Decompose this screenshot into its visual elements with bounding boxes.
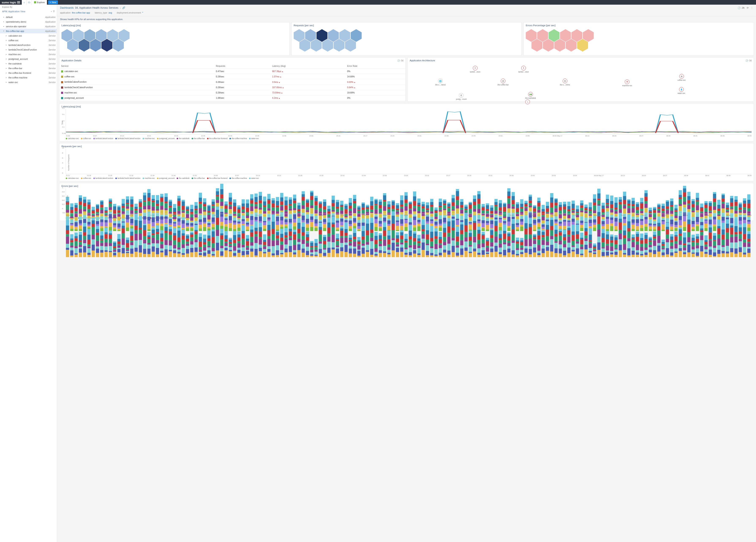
hex-cell[interactable] [90, 39, 101, 52]
arch-node[interactable]: 🌐the-c…ntend [435, 79, 446, 86]
hex-cell[interactable] [345, 39, 356, 52]
hex-cell[interactable] [549, 29, 559, 42]
arch-node[interactable]: ∿ [525, 100, 530, 105]
hex-cell[interactable] [583, 29, 594, 42]
legend-item[interactable]: machine-svc [143, 137, 155, 139]
menu-icon[interactable] [17, 1, 20, 3]
sidebar-item-application[interactable]: ▾the-coffee-bar-appApplication [0, 29, 57, 33]
filter-pill[interactable]: application the-coffee-bar-app [60, 11, 90, 14]
tab-explore[interactable]: Explore [32, 0, 47, 5]
legend-item[interactable]: the-coffee-machine [229, 137, 247, 139]
time-range[interactable]: 🕑 -3d [397, 59, 403, 62]
table-row[interactable]: machine-svc0.29/sec73.59ms▲19.68% [59, 90, 405, 95]
arch-node[interactable]: 💧water-svc [678, 87, 685, 94]
arch-node[interactable]: λlambd…ction [470, 66, 480, 73]
sidebar-item-application[interactable]: ▸opentelemetry-demoApplication [0, 19, 57, 24]
chart-canvas[interactable]: Number of Requests0246810 21:1121:1821:2… [66, 149, 752, 174]
sidebar-item-service[interactable]: ▸water-svcService [0, 80, 57, 85]
hex-cell[interactable] [560, 29, 571, 42]
table-row[interactable]: calculator-svc0.47/sec907.39µs▲0% [59, 69, 405, 74]
arch-node[interactable]: ☕the-c…chine [560, 79, 570, 86]
sidebar-item-service[interactable]: ▸the-coffee-bar-frontendService [0, 71, 57, 75]
sidebar-item-service[interactable]: ▸coffee-svcService [0, 38, 57, 43]
hex-cell[interactable] [67, 39, 78, 52]
chevron-down-icon[interactable]: ▾ [120, 7, 121, 9]
sidebar-item-service[interactable]: ▸postgresql_accountService [0, 57, 57, 61]
legend-item[interactable]: calculator-svc [66, 137, 79, 139]
filter-pill[interactable]: deployment.environment * [117, 11, 143, 14]
table-row[interactable]: postgresql_account1.08/sec4.2ms▲0% [59, 95, 405, 101]
hex-cell[interactable] [537, 29, 548, 42]
hex-cell[interactable] [61, 29, 72, 42]
hex-cell[interactable] [351, 29, 362, 42]
arch-node[interactable]: 🛢postg…count [456, 93, 467, 100]
library-button[interactable]: 🗀 [27, 0, 32, 5]
sidebar-item-service[interactable]: ▸lambdaCheckCakesFunctionService [0, 47, 57, 52]
hex-cell[interactable] [554, 39, 565, 52]
sidebar-item-service[interactable]: ▸the-coffee-machineService [0, 75, 57, 80]
hex-cell[interactable] [311, 39, 322, 52]
hex-cell[interactable] [101, 39, 112, 52]
arch-node[interactable]: ⚙machine-svc [622, 79, 632, 87]
time-range[interactable]: 🕑 -3h [738, 7, 745, 9]
link-icon[interactable]: 🔗 [122, 6, 125, 9]
arch-node[interactable]: ☕coffee-svc [678, 74, 686, 81]
col-header[interactable]: Requests [214, 63, 270, 69]
legend-item[interactable]: the-coffee-bar [192, 137, 205, 139]
table-row[interactable]: lambdaCakesFunction0.28/sec3.5ms▲0.03%▲ [59, 79, 405, 85]
sidebar-item-service[interactable]: ▸the-cashdeskService [0, 61, 57, 66]
sidebar-item-service[interactable]: ▸the-coffee-barService [0, 66, 57, 71]
hex-cell[interactable] [334, 39, 345, 52]
col-header[interactable]: Latency (Avg) [270, 63, 345, 69]
legend-item[interactable]: lambdaCakesFunction [93, 137, 113, 139]
legend-item[interactable]: coffee-svc [81, 137, 91, 139]
legend-item[interactable]: water-svc [249, 137, 259, 139]
filter-pill[interactable]: latency_type avg [95, 11, 112, 14]
hex-cell[interactable] [571, 29, 582, 42]
home-button[interactable]: ⌂ [22, 0, 27, 5]
hex-cell[interactable] [577, 39, 588, 52]
hex-cell[interactable] [73, 29, 84, 42]
hex-cell[interactable] [299, 39, 310, 52]
col-header[interactable]: Service [59, 63, 214, 69]
new-button[interactable]: +New [48, 0, 58, 4]
hex-cell[interactable] [526, 29, 537, 42]
col-header[interactable]: Error Rate [345, 63, 405, 69]
sidebar-item-service[interactable]: ▸lambdaCakesFunctionService [0, 43, 57, 47]
hex-cell[interactable] [107, 29, 118, 42]
hex-cell[interactable] [84, 29, 95, 42]
hex-cell[interactable] [119, 29, 130, 42]
hex-cell[interactable] [531, 39, 542, 52]
table-row[interactable]: coffee-svc0.28/sec1.07ms▲14.68% [59, 74, 405, 79]
hex-cell[interactable] [322, 39, 333, 52]
sidebar-item-application[interactable]: ▸defaultApplication [0, 15, 57, 19]
chart-canvas[interactable]: Time0 ms1 s2 s3 s4 s 22:0022:0722:1422:2… [66, 109, 752, 134]
table-row[interactable]: lambdaCheckCakesFunction0.28/sec107.65ms… [59, 85, 405, 90]
hex-cell[interactable] [543, 39, 554, 52]
breadcrumb-root[interactable]: Dashboards [60, 6, 74, 9]
chart-canvas[interactable]: Number of Errors-0.200.20.40.60.81 21:11… [66, 188, 752, 214]
legend-item[interactable]: the-cashdesk [177, 137, 190, 139]
refresh-icon[interactable]: ⟳ [747, 7, 749, 9]
view-selector[interactable]: APM: Application View ▾ ⚲ [0, 10, 57, 14]
hex-cell[interactable] [79, 39, 90, 52]
hex-cell[interactable] [328, 29, 339, 42]
more-icon[interactable]: ⋮ [751, 7, 753, 9]
legend-item[interactable]: postgresql_account [157, 137, 175, 139]
sidebar-item-service[interactable]: ▸calculator-svcService [0, 33, 57, 38]
legend-item[interactable]: the-coffee-bar-frontend [207, 137, 228, 139]
sidebar-item-service[interactable]: ▸machine-svcService [0, 52, 57, 57]
legend-item[interactable]: lambdaCheckCakesFunction [115, 137, 141, 139]
arch-node[interactable]: λlambd…ction [518, 66, 529, 73]
hex-cell[interactable] [294, 29, 305, 42]
hex-cell[interactable] [96, 29, 107, 42]
filter-icon[interactable]: ⚲ [53, 10, 55, 12]
arch-node[interactable]: 💵the-cashdesk [525, 92, 536, 99]
arch-node[interactable]: ☕the-coffee-bar [498, 79, 509, 86]
sidebar-item-application[interactable]: ▸service-abc-operatorApplication [0, 24, 57, 29]
hex-cell[interactable] [305, 29, 316, 42]
hex-cell[interactable] [113, 39, 124, 52]
time-range[interactable]: 🕑 -3d [745, 59, 752, 62]
hex-cell[interactable] [566, 39, 577, 52]
hex-cell[interactable] [339, 29, 350, 42]
